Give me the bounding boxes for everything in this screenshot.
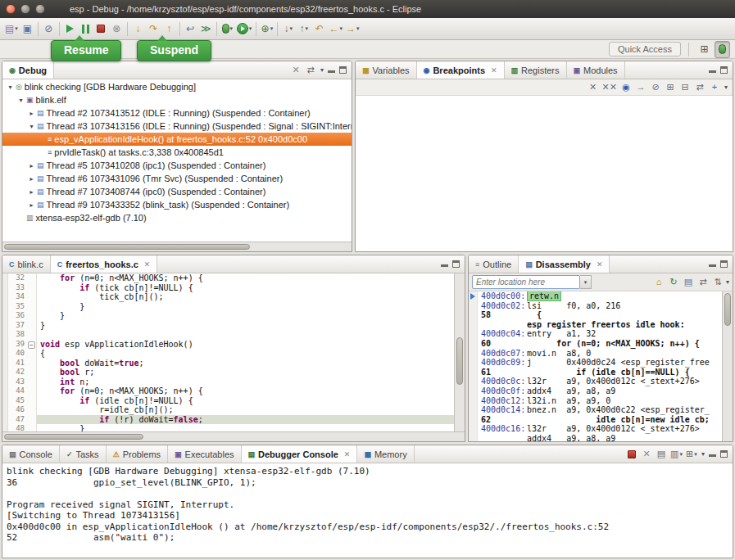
maximize-view-button[interactable] (720, 66, 728, 74)
editor-marker-gutter[interactable] (2, 302, 8, 312)
skip-all-breakpoints-view-button[interactable]: ⊘ (650, 83, 661, 92)
code-line[interactable]: 47 if (!r) doWait=false; (2, 415, 454, 425)
fold-gutter[interactable] (27, 359, 37, 368)
breakpoints-list[interactable] (356, 96, 733, 251)
debug-tree-item[interactable]: ▸▤Thread #2 1073413512 (IDLE : Running) … (2, 106, 352, 120)
disassembly-line[interactable]: addx4 a9, a8, a9 (469, 434, 722, 441)
code-line[interactable]: 34 tick_cb[n](); (2, 292, 454, 302)
open-console-button[interactable]: ⊞▾ (686, 449, 697, 458)
maximize-view-button[interactable] (720, 260, 728, 268)
editor-marker-gutter[interactable] (2, 311, 8, 321)
disconnect-button[interactable]: ⊗ (109, 20, 125, 38)
remove-launch-button[interactable]: ✕ (641, 449, 652, 458)
minimize-view-button[interactable] (709, 66, 716, 74)
editor-marker-gutter[interactable] (2, 330, 8, 340)
debug-tree-item[interactable]: ▸▤Thread #7 1073408744 (ipc0) (Suspended… (2, 185, 352, 198)
tab-freertos-hooks-c[interactable]: Cfreertos_hooks.c✕ (51, 255, 158, 273)
skip-all-breakpoints-button[interactable]: ⊘ (41, 20, 57, 38)
tree-collapsed-arrow-icon[interactable]: ▸ (27, 201, 36, 209)
fold-gutter[interactable] (27, 405, 37, 415)
drop-to-frame-button[interactable]: ↩ (183, 20, 198, 38)
open-perspective-button[interactable]: ⊞ (696, 41, 712, 58)
disassembly-line[interactable]: 400d0c16:l32r a9, 0x400d012c <_stext+276… (469, 424, 722, 434)
display-selected-console-button[interactable]: ▥▾ (670, 449, 683, 458)
remove-all-terminated-button[interactable]: ✕ (290, 65, 302, 75)
code-line[interactable]: 38 (2, 330, 454, 340)
debug-tree-item[interactable]: ▸▤Thread #9 1073433352 (blink_task) (Sus… (2, 198, 352, 211)
editor-vertical-scrollbar[interactable] (454, 273, 465, 431)
maximize-view-button[interactable] (720, 450, 728, 458)
debug-tree-item[interactable]: ▸▤Thread #5 1073410208 (ipc1) (Suspended… (2, 159, 352, 172)
tab-modules[interactable]: ▣Modules (567, 61, 625, 79)
fold-gutter[interactable] (27, 396, 37, 406)
back-button[interactable]: ←▾ (327, 20, 344, 38)
debug-tree-item[interactable]: ≡esp_vApplicationIdleHook() at freertos_… (2, 133, 352, 146)
tab-outline[interactable]: ≡Outline (469, 255, 519, 273)
editor-marker-gutter[interactable] (2, 405, 8, 415)
scrollbar-thumb[interactable] (4, 244, 250, 250)
show-breakpoints-supported-button[interactable]: ◉ (620, 83, 632, 92)
save-button[interactable]: ▣ (20, 20, 35, 38)
tree-collapsed-arrow-icon[interactable]: ▸ (27, 188, 36, 196)
code-line[interactable]: 41 bool doWait=true; (2, 359, 454, 368)
editor-marker-gutter[interactable] (2, 340, 8, 350)
minimize-view-button[interactable] (441, 260, 448, 268)
editor-marker-gutter[interactable] (2, 415, 8, 425)
collapse-all-button[interactable]: ⊟ (679, 83, 691, 92)
close-icon[interactable]: ✕ (597, 260, 603, 269)
show-source-button[interactable]: ▤ (683, 278, 694, 287)
editor-marker-gutter[interactable] (2, 377, 8, 387)
remove-all-breakpoints-button[interactable]: ✕✕ (602, 83, 617, 92)
code-line[interactable]: 40{ (2, 349, 454, 359)
editor-marker-gutter[interactable] (2, 273, 8, 283)
fold-gutter[interactable] (27, 292, 37, 302)
tab-tasks[interactable]: ✓Tasks (60, 445, 107, 463)
close-icon[interactable]: ✕ (144, 260, 151, 269)
maximize-window-button[interactable] (35, 4, 45, 14)
link-with-debug-view-button[interactable]: ⇄ (694, 83, 706, 92)
code-line[interactable]: 46 r=idle_cb[n](); (2, 405, 454, 415)
fold-gutter[interactable] (27, 311, 37, 321)
editor-marker-gutter[interactable] (2, 349, 8, 359)
titlebar[interactable]: esp - Debug - /home/krzysztof/esp/esp-id… (0, 0, 735, 18)
new-button[interactable]: ▤▾ (3, 20, 20, 38)
terminate-button[interactable] (93, 20, 109, 38)
tab-console[interactable]: ▤Console (2, 445, 60, 463)
code-line[interactable]: 42 bool r; (2, 368, 454, 377)
disassembly-line[interactable]: 58 { (469, 310, 722, 320)
run-button[interactable]: ▾ (235, 20, 254, 38)
previous-annotation-button[interactable]: ↑▾ (296, 20, 311, 38)
disassembly-line[interactable]: 400d0c00:retw.n (469, 291, 722, 301)
tree-collapsed-arrow-icon[interactable]: ▸ (27, 110, 36, 117)
fold-gutter[interactable] (27, 302, 37, 312)
editor-marker-gutter[interactable] (2, 386, 8, 396)
debug-tree-item[interactable]: ▾▣blink.elf (2, 93, 352, 106)
close-icon[interactable]: ✕ (491, 66, 497, 75)
disassembly-line[interactable]: 400d0c0c:l32r a9, 0x400d012c <_stext+276… (469, 377, 722, 386)
tab-blink-c[interactable]: Cblink.c (2, 255, 51, 273)
maximize-view-button[interactable] (452, 260, 460, 268)
disassembly-line[interactable]: 400d0c14:bnez.n a9, 0x400d0c22 <esp_regi… (469, 405, 722, 415)
tab-debugger-console[interactable]: ▤Debugger Console✕ (242, 445, 358, 463)
quick-access-button[interactable]: Quick Access (609, 42, 681, 56)
tree-expanded-arrow-icon[interactable]: ▾ (6, 84, 15, 91)
scrollbar-thumb[interactable] (724, 293, 731, 326)
debug-tree-item[interactable]: ▾◎blink checking [GDB Hardware Debugging… (2, 80, 352, 93)
maximize-view-button[interactable] (339, 66, 347, 74)
code-line[interactable]: 48 } (2, 424, 454, 431)
disassembly-line[interactable]: 400d0c0f:addx4 a9, a8, a9 (469, 386, 722, 396)
debug-button[interactable]: ▾ (220, 20, 235, 38)
tree-expanded-arrow-icon[interactable]: ▾ (16, 97, 25, 104)
code-line[interactable]: 35 } (2, 302, 454, 312)
clear-console-button[interactable]: ▤ (656, 449, 667, 458)
editor-horizontal-scrollbar[interactable] (2, 431, 465, 441)
minimize-window-button[interactable] (20, 4, 30, 14)
tab-variables[interactable]: ▦Variables (356, 61, 417, 79)
editor-marker-gutter[interactable] (2, 359, 8, 368)
external-tools-button[interactable]: ⊕▾ (259, 20, 274, 38)
fold-gutter[interactable] (27, 368, 37, 377)
code-line[interactable]: 39−void esp_vApplicationIdleHook() (2, 340, 454, 350)
disassembly-vertical-scrollbar[interactable] (722, 291, 733, 441)
editor-marker-gutter[interactable] (2, 424, 8, 431)
debug-horizontal-scrollbar[interactable] (2, 242, 352, 251)
